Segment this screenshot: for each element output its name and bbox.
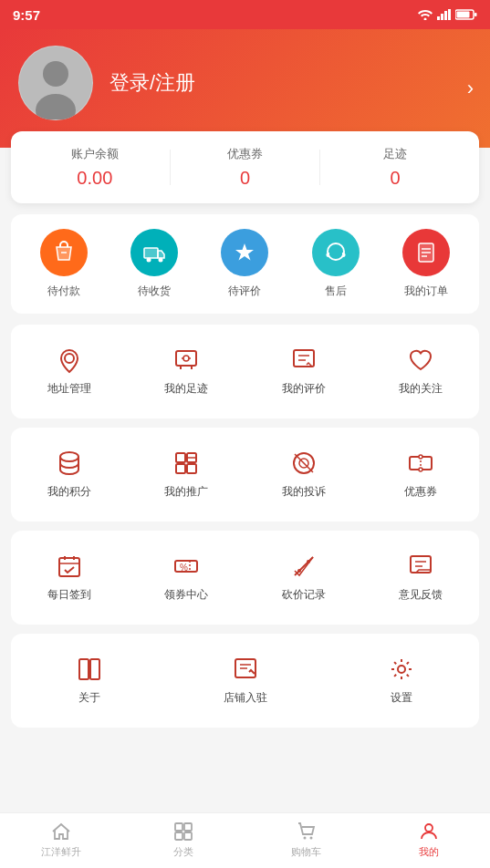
- nav-category-label: 分类: [173, 845, 193, 859]
- menu-checkin-label: 每日签到: [47, 587, 91, 603]
- battery-icon: [455, 9, 477, 20]
- svg-point-44: [307, 560, 310, 563]
- nav-category[interactable]: 分类: [122, 821, 245, 859]
- svg-point-25: [60, 452, 78, 461]
- order-aftersale[interactable]: 售后: [312, 229, 360, 299]
- menu-bargain[interactable]: 砍价记录: [245, 538, 362, 617]
- truck-icon: [141, 240, 167, 265]
- menu-footprint[interactable]: 我的足迹: [128, 332, 245, 411]
- footprint-icon: [172, 346, 200, 374]
- svg-point-56: [309, 837, 312, 840]
- settings-icon: [388, 656, 415, 683]
- nav-cart[interactable]: 购物车: [245, 821, 368, 859]
- nav-profile-label: 我的: [419, 845, 439, 859]
- menu-promote[interactable]: 我的推广: [128, 435, 245, 514]
- menu-feedback[interactable]: 意见反馈: [362, 538, 479, 617]
- getcoupon-icon: %: [172, 553, 200, 580]
- svg-rect-52: [184, 823, 192, 831]
- svg-point-21: [65, 354, 74, 363]
- menu-promote-label: 我的推广: [164, 484, 208, 500]
- menu-grid-1: 地址管理 我的足迹 我的评价: [11, 332, 479, 411]
- svg-rect-29: [187, 464, 196, 473]
- stat-balance-label: 账户余额: [71, 146, 119, 162]
- menu-points[interactable]: 我的积分: [11, 435, 128, 514]
- menu-section-3: 每日签到 % 领券中心 砍价记录: [11, 531, 479, 625]
- cart-nav-icon: [296, 821, 318, 842]
- svg-rect-3: [444, 11, 447, 20]
- bag-icon: [51, 240, 77, 265]
- svg-point-36: [419, 468, 422, 471]
- stat-coupon-label: 优惠券: [227, 146, 263, 162]
- menu-settings[interactable]: 设置: [323, 641, 479, 720]
- menu-shop-entry[interactable]: 店铺入驻: [167, 641, 323, 720]
- svg-rect-26: [176, 453, 185, 462]
- svg-point-13: [147, 258, 151, 263]
- svg-rect-53: [175, 832, 182, 840]
- follow-icon: [407, 346, 434, 374]
- svg-point-14: [159, 258, 163, 263]
- menu-checkin[interactable]: 每日签到: [11, 538, 128, 617]
- order-my-orders[interactable]: 我的订单: [402, 229, 450, 299]
- menu-getcoupon[interactable]: % 领券中心: [128, 538, 245, 617]
- svg-rect-7: [474, 13, 477, 16]
- status-time: 9:57: [13, 7, 40, 23]
- menu-shop-entry-label: 店铺入驻: [224, 690, 267, 706]
- menu-complaint[interactable]: 我的投诉: [245, 435, 362, 514]
- svg-point-0: [424, 18, 427, 21]
- pending-review-label: 待评价: [228, 284, 261, 299]
- profile-header[interactable]: 登录/注册 ›: [0, 29, 490, 148]
- star-icon: [232, 240, 257, 265]
- aftersale-icon-bg: [312, 229, 360, 276]
- menu-follow[interactable]: 我的关注: [362, 332, 479, 411]
- menu-section-4: 关于 店铺入驻 设置: [11, 634, 479, 728]
- pending-review-icon-bg: [221, 229, 268, 276]
- svg-rect-24: [294, 350, 314, 367]
- shop-entry-icon: [232, 656, 259, 683]
- checkin-icon: [56, 553, 83, 580]
- menu-points-label: 我的积分: [47, 484, 91, 500]
- stat-coupon: 优惠券 0: [171, 146, 320, 189]
- svg-point-35: [419, 455, 422, 459]
- menu-address[interactable]: 地址管理: [11, 332, 128, 411]
- category-nav-icon: [172, 821, 194, 842]
- svg-rect-46: [79, 659, 89, 679]
- about-icon: [76, 656, 103, 683]
- menu-feedback-label: 意见反馈: [399, 587, 443, 603]
- nav-profile[interactable]: 我的: [368, 821, 490, 859]
- menu-section-2: 我的积分 我的推广 我的投诉: [11, 428, 479, 522]
- stat-footprint-label: 足迹: [383, 146, 407, 162]
- stat-footprint-value: 0: [391, 168, 401, 189]
- menu-getcoupon-label: 领券中心: [164, 587, 208, 603]
- wifi-icon: [418, 9, 433, 20]
- nav-home[interactable]: 江洋鲜升: [0, 821, 122, 859]
- status-bar: 9:57: [0, 0, 490, 29]
- svg-point-55: [303, 837, 306, 840]
- menu-footprint-label: 我的足迹: [164, 381, 208, 397]
- menu-review[interactable]: 我的评价: [245, 332, 362, 411]
- svg-rect-12: [144, 248, 158, 258]
- pending-pay-label: 待付款: [47, 284, 80, 299]
- order-pending-receive[interactable]: 待收货: [130, 229, 178, 299]
- order-list-icon: [413, 240, 439, 265]
- svg-rect-51: [175, 823, 182, 831]
- promote-icon: [172, 450, 200, 477]
- menu-coupon[interactable]: 优惠券: [362, 435, 479, 514]
- svg-rect-2: [441, 14, 443, 20]
- menu-coupon-label: 优惠券: [404, 484, 437, 500]
- signal-icon: [437, 9, 451, 20]
- menu-grid-4: 关于 店铺入驻 设置: [11, 641, 479, 720]
- menu-grid-2: 我的积分 我的推广 我的投诉: [11, 435, 479, 514]
- svg-rect-4: [448, 9, 451, 20]
- menu-grid-3: 每日签到 % 领券中心 砍价记录: [11, 538, 479, 617]
- order-pending-pay[interactable]: 待付款: [40, 229, 88, 299]
- stat-balance-value: 0.00: [77, 168, 112, 189]
- svg-rect-1: [437, 16, 440, 20]
- order-section: 待付款 待收货 待评价: [11, 214, 479, 314]
- order-pending-review[interactable]: 待评价: [221, 229, 268, 299]
- svg-point-43: [297, 569, 301, 573]
- menu-about[interactable]: 关于: [11, 641, 167, 720]
- avatar: [18, 46, 93, 120]
- stat-balance: 账户余额 0.00: [20, 146, 170, 189]
- svg-rect-47: [90, 659, 99, 679]
- nav-home-label: 江洋鲜升: [41, 845, 81, 859]
